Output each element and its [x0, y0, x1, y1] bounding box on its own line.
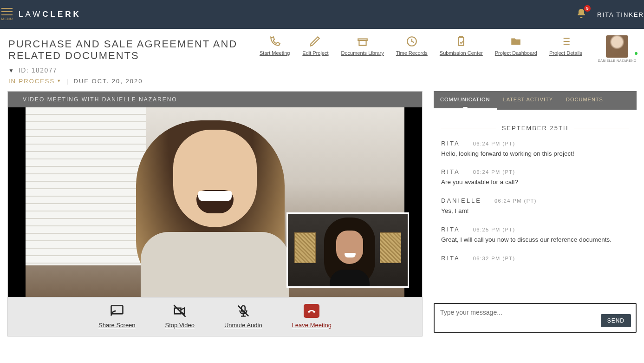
message-input[interactable]	[440, 309, 601, 327]
project-dashboard-tool[interactable]: Project Dashboard	[495, 35, 537, 56]
msg-time: 06:25 PM (PT)	[473, 227, 515, 232]
msg-time: 06:24 PM (PT)	[473, 141, 515, 146]
folder-icon	[509, 35, 522, 47]
top-bar: MENU LAWCLERK 5 RITA TINKER	[0, 0, 644, 29]
logo-light: LAW	[19, 10, 42, 19]
msg-time: 06:32 PM (PT)	[473, 256, 515, 261]
stop-video-button[interactable]: Stop Video	[165, 304, 195, 329]
chat-message: RITA 06:32 PM (PT)	[441, 255, 629, 262]
cast-icon	[109, 304, 125, 318]
project-title: PURCHASE AND SALE AGREEMENT AND RELATED …	[8, 38, 260, 62]
mic-off-icon	[235, 304, 251, 318]
edit-project-label: Edit Project	[302, 50, 328, 56]
status-badge[interactable]: IN PROCESS ▼	[8, 78, 62, 85]
msg-from: DANIELLE	[441, 197, 481, 204]
date-label: SEPTEMBER 25TH	[502, 125, 569, 132]
chat-message: RITA 06:25 PM (PT) Great, I will call yo…	[441, 226, 629, 244]
assignee-name: DANIELLE NAZARENO	[598, 59, 637, 62]
chat-log[interactable]: SEPTEMBER 25TH RITA 06:24 PM (PT) Hello,…	[434, 110, 637, 295]
phone-icon	[268, 35, 281, 47]
chat-message: RITA 06:24 PM (PT) Hello, looking forwar…	[441, 140, 629, 158]
presence-indicator	[634, 51, 638, 56]
video-title: VIDEO MEETING WITH DANIELLE NAZARENO	[8, 92, 422, 107]
clipboard-icon	[455, 35, 468, 47]
project-header: PURCHASE AND SALE AGREEMENT AND RELATED …	[0, 29, 644, 91]
assignee-block[interactable]: DANIELLE NAZARENO	[598, 35, 637, 62]
unmute-audio-label: Unmute Audio	[224, 322, 262, 329]
unmute-audio-button[interactable]: Unmute Audio	[224, 304, 262, 329]
stop-video-label: Stop Video	[165, 322, 195, 329]
tab-communication[interactable]: COMMUNICATION	[434, 91, 497, 110]
list-icon	[559, 35, 572, 47]
leave-meeting-label: Leave Meeting	[292, 322, 332, 329]
video-controls: Share Screen Stop Video Unmute Audio Lea…	[8, 297, 422, 336]
documents-library-label: Documents Library	[341, 50, 384, 56]
project-details-label: Project Details	[549, 50, 582, 56]
hangup-icon	[306, 306, 317, 316]
tab-documents[interactable]: DOCUMENTS	[559, 91, 610, 110]
menu-label: MENU	[1, 17, 13, 21]
chat-message: DANIELLE 06:24 PM (PT) Yes, I am!	[441, 197, 629, 216]
share-screen-label: Share Screen	[98, 322, 136, 329]
msg-body: Yes, I am!	[441, 207, 629, 216]
assignee-avatar	[606, 35, 628, 58]
tab-latest-activity[interactable]: LATEST ACTIVITY	[497, 91, 560, 110]
project-dashboard-label: Project Dashboard	[495, 50, 537, 56]
start-meeting-label: Start Meeting	[260, 50, 290, 56]
msg-time: 06:24 PM (PT)	[494, 198, 537, 204]
side-panel: COMMUNICATION LATEST ACTIVITY DOCUMENTS …	[434, 91, 637, 337]
chevron-down-icon: ▼	[57, 79, 62, 83]
pencil-icon	[309, 35, 322, 47]
notification-count: 5	[584, 5, 591, 12]
side-tabs: COMMUNICATION LATEST ACTIVITY DOCUMENTS	[434, 91, 637, 110]
leave-meeting-button[interactable]: Leave Meeting	[292, 304, 332, 329]
time-records-tool[interactable]: Time Records	[396, 35, 428, 56]
msg-body: Great, I will call you now to discuss ou…	[441, 236, 629, 244]
date-divider: SEPTEMBER 25TH	[441, 125, 629, 132]
separator: |	[66, 78, 69, 85]
edit-project-tool[interactable]: Edit Project	[302, 35, 329, 56]
project-id: ID: 182077	[19, 66, 58, 74]
share-screen-button[interactable]: Share Screen	[98, 304, 136, 329]
message-composer: SEND	[434, 303, 637, 333]
logo-bold: CLERK	[42, 10, 81, 19]
msg-from: RITA	[441, 226, 460, 233]
title-dropdown-icon[interactable]: ▼	[8, 67, 14, 74]
logo: LAWCLERK	[19, 10, 81, 19]
msg-from: RITA	[441, 255, 460, 262]
toolbar: Start Meeting Edit Project Documents Lib…	[260, 35, 637, 62]
msg-from: RITA	[441, 140, 460, 147]
msg-time: 06:24 PM (PT)	[473, 169, 515, 175]
project-details-tool[interactable]: Project Details	[549, 35, 582, 56]
submission-center-label: Submission Center	[440, 50, 483, 56]
video-stage	[8, 107, 422, 297]
current-user[interactable]: RITA TINKER	[597, 11, 644, 18]
video-off-icon	[172, 304, 188, 318]
msg-body: Hello, looking forward to working on thi…	[441, 150, 629, 158]
hamburger-icon	[1, 8, 13, 15]
hangup-icon-box	[304, 304, 319, 318]
archive-icon	[356, 35, 369, 47]
local-video-pip[interactable]	[286, 212, 409, 288]
msg-from: RITA	[441, 168, 460, 175]
submission-center-tool[interactable]: Submission Center	[440, 35, 483, 56]
menu-toggle[interactable]: MENU	[1, 8, 13, 21]
chat-message: RITA 06:24 PM (PT) Are you available for…	[441, 168, 629, 187]
notifications-bell[interactable]: 5	[576, 8, 587, 21]
video-panel: VIDEO MEETING WITH DANIELLE NAZARENO	[7, 91, 423, 337]
main-area: VIDEO MEETING WITH DANIELLE NAZARENO	[0, 91, 644, 337]
send-button[interactable]: SEND	[601, 314, 631, 327]
documents-library-tool[interactable]: Documents Library	[341, 35, 384, 56]
due-date: DUE OCT. 20, 2020	[74, 78, 143, 85]
status-text: IN PROCESS	[8, 78, 55, 85]
msg-body: Are you available for a call?	[441, 178, 629, 187]
start-meeting-tool[interactable]: Start Meeting	[260, 35, 290, 56]
time-records-label: Time Records	[396, 50, 428, 56]
clock-icon	[405, 35, 418, 47]
